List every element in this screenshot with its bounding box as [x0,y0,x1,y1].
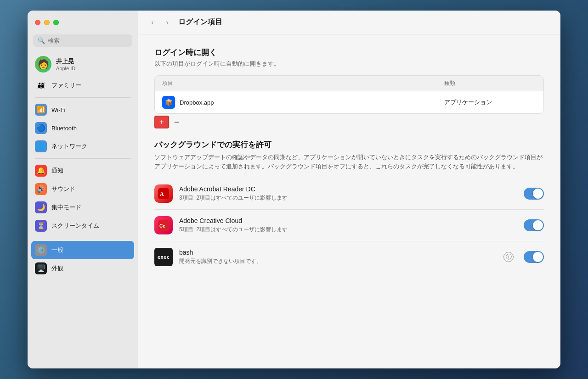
sidebar-divider-3 [35,238,130,238]
window-titlebar [28,11,138,34]
creative-cloud-info: Adobe Creative Cloud 5項目: 2項目はすべてのユーザに影響… [179,217,517,234]
search-input[interactable] [48,37,128,44]
sidebar-item-network[interactable]: 🌐 ネットワーク [31,137,134,156]
sidebar-item-general-label: 一般 [51,246,63,254]
sidebar-item-network-label: ネットワーク [51,142,87,150]
bg-item-acrobat: A Adobe Acrobat Reader DC 3項目: 2項目はすべてのユ… [154,178,544,210]
login-table: 項目 種類 📦 Dropbox.app アプリケーション [154,75,544,114]
forward-button[interactable]: › [162,17,173,28]
screentime-icon: ⏳ [35,220,47,232]
bg-section-desc: ソフトウェアアップデートの確認やデータの同期など、アプリケーションが開いていない… [154,153,544,171]
sidebar-item-notifications-label: 通知 [51,167,63,175]
bluetooth-icon: 🔵 [35,122,47,134]
sidebar-content: 🧑 井上晃 Apple ID 👨‍👩‍👦 ファミリー 📶 Wi-Fi 🔵 Blu… [28,52,138,368]
login-section-desc: 以下の項目がログイン時に自動的に開きます。 [154,60,544,68]
sidebar-item-screentime[interactable]: ⏳ スクリーンタイム [31,217,134,235]
close-button[interactable] [35,20,40,25]
family-icon: 👨‍👩‍👦 [35,79,47,91]
acrobat-info: Adobe Acrobat Reader DC 3項目: 2項目はすべてのユーザ… [179,185,517,202]
add-login-item-button[interactable]: + [154,116,169,128]
bg-item-creative-cloud: Cc Adobe Creative Cloud 5項目: 2項目はすべてのユーザ… [154,210,544,241]
search-box[interactable]: 🔍 [33,34,132,47]
table-actions: + − [154,116,544,128]
general-icon: ⚙️ [35,244,47,256]
sound-icon: 🔊 [35,183,47,195]
creative-cloud-icon: Cc [154,216,173,234]
acrobat-desc: 3項目: 2項目はすべてのユーザに影響します [179,194,517,202]
app-name: Dropbox.app [180,99,444,106]
bash-desc: 開発元を識別できない項目です。 [179,257,497,265]
user-apple-id: Apple ID [56,66,75,71]
sidebar-item-notifications[interactable]: 🔔 通知 [31,162,134,180]
sidebar-item-wifi[interactable]: 📶 Wi-Fi [31,100,134,119]
fullscreen-button[interactable] [53,20,59,25]
sidebar-item-bluetooth-label: Bluetooth [51,125,77,132]
sidebar-item-family[interactable]: 👨‍👩‍👦 ファミリー [31,76,134,95]
bash-info: bash 開発元を識別できない項目です。 [179,249,497,265]
sidebar-item-sound[interactable]: 🔊 サウンド [31,180,134,198]
notifications-icon: 🔔 [35,165,47,177]
table-header: 項目 種類 [155,76,543,91]
bg-section-title: バックグラウンドでの実行を許可 [154,139,544,150]
user-name: 井上晃 [56,57,75,66]
back-button[interactable]: ‹ [147,17,158,28]
col-item-header: 項目 [162,79,444,87]
sidebar-item-screentime-label: スクリーンタイム [51,222,99,230]
sidebar-item-family-label: ファミリー [51,81,81,89]
app-type: アプリケーション [444,98,536,106]
bash-name: bash [179,249,497,256]
col-type-header: 種類 [444,79,536,87]
sidebar-item-general[interactable]: ⚙️ 一般 [31,241,134,259]
avatar: 🧑 [35,56,51,72]
minimize-button[interactable] [44,20,50,25]
page-title: ログイン項目 [178,17,222,27]
acrobat-toggle[interactable] [524,188,544,200]
bash-icon: exec [154,248,173,266]
search-icon: 🔍 [38,37,45,44]
acrobat-icon: A [154,184,173,203]
sidebar-item-bluetooth[interactable]: 🔵 Bluetooth [31,119,134,137]
sidebar-item-sound-label: サウンド [51,185,75,193]
user-info: 井上晃 Apple ID [56,57,75,71]
sidebar-divider-1 [35,97,130,98]
bash-info-button[interactable]: ⓘ [503,252,514,262]
content-area: ログイン時に開く 以下の項目がログイン時に自動的に開きます。 項目 種類 📦 D… [138,34,560,368]
login-section-title: ログイン時に開く [154,47,544,58]
system-preferences-window: 🔍 🧑 井上晃 Apple ID 👨‍👩‍👦 ファミリー 📶 W [28,11,560,368]
dropbox-icon: 📦 [162,96,175,109]
appearance-icon: 🖥️ [35,262,47,274]
creative-cloud-toggle[interactable] [524,219,544,231]
sidebar-item-appearance[interactable]: 🖥️ 外観 [31,259,134,278]
creative-cloud-desc: 5項目: 2項目はすべてのユーザに影響します [179,226,517,234]
sidebar-item-wifi-label: Wi-Fi [51,106,65,113]
sidebar: 🔍 🧑 井上晃 Apple ID 👨‍👩‍👦 ファミリー 📶 W [28,11,138,368]
svg-text:A: A [160,191,164,197]
network-icon: 🌐 [35,140,47,152]
svg-text:Cc: Cc [159,223,165,229]
bash-toggle[interactable] [524,251,544,263]
creative-cloud-name: Adobe Creative Cloud [179,217,517,224]
main-content: ‹ › ログイン項目 ログイン時に開く 以下の項目がログイン時に自動的に開きます… [138,11,560,368]
sidebar-item-focus[interactable]: 🌙 集中モード [31,198,134,217]
bg-item-bash: exec bash 開発元を識別できない項目です。 ⓘ [154,241,544,273]
table-row[interactable]: 📦 Dropbox.app アプリケーション [155,91,543,113]
sidebar-user[interactable]: 🧑 井上晃 Apple ID [31,52,134,76]
sidebar-item-appearance-label: 外観 [51,264,63,273]
acrobat-name: Adobe Acrobat Reader DC [179,185,517,193]
focus-icon: 🌙 [35,201,47,213]
remove-login-item-button[interactable]: − [169,116,184,128]
wifi-icon: 📶 [35,104,47,116]
sidebar-item-focus-label: 集中モード [51,203,81,212]
sidebar-divider-2 [35,158,130,159]
main-titlebar: ‹ › ログイン項目 [138,11,560,34]
